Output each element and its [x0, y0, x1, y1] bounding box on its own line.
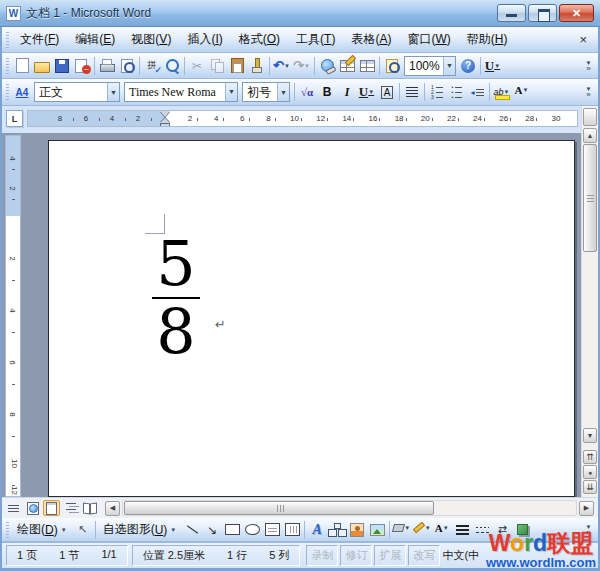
diagram-icon[interactable] — [327, 521, 347, 539]
indent-markers[interactable] — [159, 111, 171, 127]
chevron-down-icon[interactable]: ▼ — [107, 83, 119, 101]
font-color-icon[interactable]: A▼ — [512, 83, 532, 102]
chevron-down-icon[interactable]: ▼ — [284, 63, 290, 69]
bullets-icon[interactable] — [447, 83, 467, 102]
vertical-scroll-thumb[interactable] — [583, 144, 597, 252]
toolbar-options-button[interactable]: ▼» — [582, 56, 595, 76]
scroll-down-arrow[interactable]: ▼ — [583, 428, 597, 443]
ruler-toggle-button[interactable] — [583, 108, 597, 126]
vertical-ruler[interactable]: 4224681012 — [5, 135, 21, 497]
arrow-icon[interactable]: ↘ — [202, 521, 222, 539]
chevron-down-icon[interactable]: ▼ — [225, 83, 237, 101]
vertical-textbox-icon[interactable] — [282, 521, 302, 539]
size-select[interactable]: 初号▼ — [242, 82, 290, 102]
menu-item-2[interactable]: 视图(V) — [123, 28, 179, 51]
indent-icon[interactable] — [467, 83, 487, 102]
shadow-3d-icon[interactable] — [512, 521, 532, 539]
paste-icon[interactable] — [227, 56, 247, 75]
maximize-button[interactable] — [528, 4, 557, 22]
menu-item-4[interactable]: 格式(O) — [231, 28, 288, 51]
oval-icon[interactable] — [242, 521, 262, 539]
chevron-down-icon[interactable]: ▼ — [443, 57, 455, 75]
menu-item-5[interactable]: 工具(T) — [288, 28, 343, 51]
chevron-down-icon[interactable]: ▼ — [404, 525, 410, 531]
save-icon[interactable] — [52, 56, 72, 75]
document-page[interactable]: 5 8 ↵ — [48, 140, 575, 497]
format-painter-icon[interactable] — [247, 56, 267, 75]
title-bar[interactable]: W 文档 1 - Microsoft Word ✕ — [0, 0, 600, 27]
line-color-icon[interactable]: ▼ — [412, 521, 432, 539]
arrow-style-icon[interactable]: ⇄ — [492, 521, 512, 539]
toolbar-options-button[interactable]: ▼» — [582, 520, 595, 540]
research-icon[interactable] — [162, 56, 182, 75]
line-style-icon[interactable] — [452, 521, 472, 539]
scroll-up-arrow[interactable]: ▲ — [583, 128, 597, 143]
tables-borders-icon[interactable] — [337, 56, 357, 75]
chevron-down-icon[interactable]: ▼ — [494, 63, 500, 69]
previous-page-button[interactable]: ⇈ — [583, 450, 597, 464]
next-page-button[interactable]: ⇊ — [583, 480, 597, 494]
menu-item-6[interactable]: 表格(A) — [343, 28, 399, 51]
horizontal-scroll-thumb[interactable] — [124, 501, 434, 515]
hyperlink-icon[interactable] — [317, 56, 337, 75]
menu-item-0[interactable]: 文件(F) — [12, 28, 67, 51]
underline-format-button[interactable]: U▼ — [357, 83, 377, 102]
scroll-left-arrow[interactable]: ◀ — [105, 501, 120, 516]
rectangle-icon[interactable] — [222, 521, 242, 539]
document-close-icon[interactable]: × — [571, 32, 595, 47]
toolbar-drag-handle[interactable] — [6, 522, 9, 538]
undo-icon[interactable]: ↶▼ — [272, 56, 292, 75]
underline-button[interactable]: U▼ — [483, 56, 503, 75]
highlight-icon[interactable]: ab▼ — [492, 83, 512, 102]
open-icon[interactable] — [32, 56, 52, 75]
left-indent-marker[interactable] — [160, 123, 170, 127]
dash-style-icon[interactable] — [472, 521, 492, 539]
drawing-menu-button[interactable]: 绘图(D)▼ — [12, 519, 73, 540]
equation-icon[interactable]: √α — [297, 83, 317, 102]
chevron-down-icon[interactable]: ▼ — [504, 89, 510, 95]
document-map-icon[interactable] — [382, 56, 402, 75]
toolbar-drag-handle[interactable] — [6, 58, 9, 74]
line-icon[interactable] — [182, 521, 202, 539]
center-align-icon[interactable] — [402, 83, 422, 102]
menu-item-3[interactable]: 插入(I) — [179, 28, 230, 51]
menu-item-7[interactable]: 窗口(W) — [399, 28, 458, 51]
print-preview-icon[interactable] — [117, 56, 137, 75]
zoom-select[interactable]: 100%▼ — [404, 56, 456, 76]
toolbar-drag-handle[interactable] — [6, 32, 9, 48]
web-layout-view-button[interactable] — [24, 500, 41, 516]
new-document-icon[interactable] — [12, 56, 32, 75]
chevron-down-icon[interactable]: ▼ — [425, 525, 431, 531]
autoshapes-menu-button[interactable]: 自选图形(U)▼ — [98, 519, 183, 540]
select-objects-icon[interactable]: ↖ — [73, 521, 93, 539]
close-button[interactable]: ✕ — [559, 4, 594, 22]
style-select[interactable]: 正文▼ — [34, 82, 120, 102]
help-icon[interactable] — [458, 56, 478, 75]
status-indicator-3[interactable]: 改写 — [408, 545, 440, 566]
menu-item-8[interactable]: 帮助(H) — [459, 28, 516, 51]
insert-table-icon[interactable] — [357, 56, 377, 75]
hanging-indent-marker[interactable] — [160, 118, 170, 123]
status-indicator-1[interactable]: 修订 — [340, 545, 372, 566]
spelling-icon[interactable]: 拼 — [142, 56, 162, 75]
status-indicator-2[interactable]: 扩展 — [374, 545, 406, 566]
fill-color-icon[interactable]: ▼ — [392, 521, 412, 539]
italic-button[interactable]: I — [337, 83, 357, 102]
chevron-down-icon[interactable]: ▼ — [368, 89, 374, 95]
toolbar-options-button[interactable]: ▼» — [582, 82, 595, 102]
select-browse-object-button[interactable]: ● — [583, 465, 597, 479]
character-border-icon[interactable]: A — [377, 83, 397, 102]
styles-icon[interactable]: A4 — [12, 83, 32, 102]
clipart-icon[interactable] — [347, 521, 367, 539]
textbox-icon[interactable] — [262, 521, 282, 539]
print-icon[interactable] — [97, 56, 117, 75]
tab-stop-selector[interactable]: L — [6, 110, 23, 127]
menu-item-1[interactable]: 编辑(E) — [67, 28, 123, 51]
chevron-down-icon[interactable]: ▼ — [304, 63, 310, 69]
wordart-icon[interactable]: A — [307, 521, 327, 539]
chevron-down-icon[interactable]: ▼ — [443, 525, 449, 531]
first-line-indent-marker[interactable] — [160, 111, 170, 117]
drawing-font-color-icon[interactable]: A▼ — [432, 521, 452, 539]
chevron-down-icon[interactable]: ▼ — [277, 83, 289, 101]
reading-layout-view-button[interactable] — [81, 500, 98, 516]
